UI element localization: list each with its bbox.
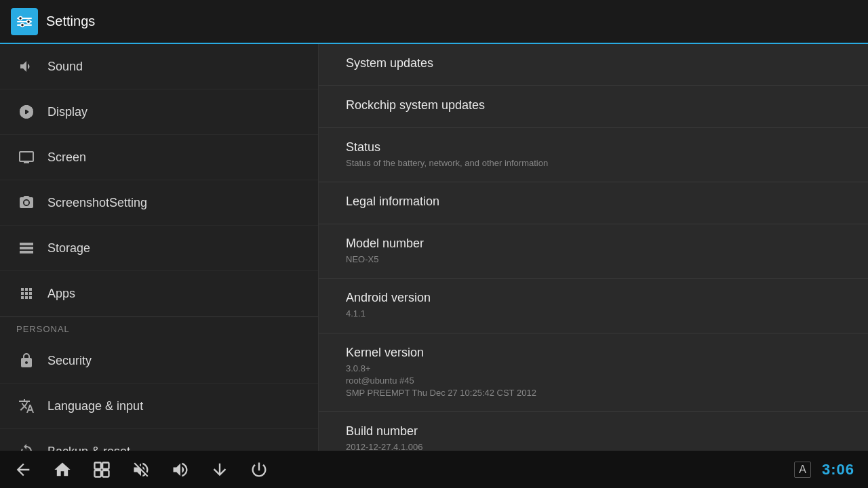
taskbar-status: A 3:06 [794, 461, 854, 479]
rockchip-updates-title: Rockchip system updates [346, 98, 841, 113]
keyboard-indicator: A [794, 462, 811, 478]
home-button[interactable] [53, 460, 72, 479]
language-icon [16, 396, 37, 416]
sidebar-item-language[interactable]: Language & input [0, 384, 318, 429]
content-item-system-updates[interactable]: System updates [319, 44, 868, 86]
svg-rect-10 [102, 470, 108, 476]
sidebar-label-language: Language & input [47, 399, 143, 413]
sidebar-item-screenshot[interactable]: ScreenshotSetting [0, 180, 318, 226]
legal-title: Legal information [346, 195, 841, 209]
download-button[interactable] [210, 460, 229, 479]
apps-icon [16, 283, 37, 304]
sidebar-label-display: Display [47, 105, 87, 119]
sidebar-item-storage[interactable]: Storage [0, 226, 318, 271]
kernel-version-value: 3.0.8+ root@ubuntu #45 SMP PREEMPT Thu D… [346, 363, 841, 400]
sidebar-item-backup[interactable]: Backup & reset [0, 429, 318, 451]
taskbar: A 3:06 [0, 451, 868, 488]
content-item-rockchip-updates[interactable]: Rockchip system updates [319, 86, 868, 128]
svg-point-3 [19, 16, 22, 20]
svg-rect-9 [95, 470, 101, 476]
svg-rect-8 [102, 462, 108, 468]
status-title: Status [346, 140, 841, 155]
content-item-status[interactable]: Status Status of the battery, network, a… [319, 128, 868, 182]
volume-up-button[interactable] [171, 460, 190, 479]
content-item-model-number[interactable]: Model number NEO-X5 [319, 224, 868, 279]
security-icon [16, 350, 37, 371]
sidebar-label-storage: Storage [47, 241, 90, 256]
android-version-value: 4.1.1 [346, 308, 841, 320]
sidebar-item-sound[interactable]: Sound [0, 44, 318, 89]
content-item-android-version[interactable]: Android version 4.1.1 [319, 279, 868, 333]
svg-point-5 [21, 23, 24, 26]
main-layout: Sound Display Screen [0, 44, 868, 451]
backup-icon [16, 441, 37, 451]
sidebar-label-backup: Backup & reset [47, 445, 130, 451]
sidebar-item-screen[interactable]: Screen [0, 135, 318, 180]
storage-icon [16, 238, 37, 258]
clock: 3:06 [822, 461, 854, 479]
app-icon [11, 8, 38, 35]
sidebar-label-screen: Screen [47, 150, 86, 165]
screen-icon [16, 147, 37, 167]
power-button[interactable] [250, 460, 269, 479]
android-version-title: Android version [346, 291, 841, 305]
section-personal: PERSONAL [0, 317, 318, 338]
sidebar: Sound Display Screen [0, 44, 319, 451]
sidebar-item-apps[interactable]: Apps [0, 271, 318, 317]
model-number-value: NEO-X5 [346, 253, 841, 266]
status-subtitle: Status of the battery, network, and othe… [346, 157, 841, 169]
svg-point-6 [24, 201, 28, 205]
svg-point-4 [27, 20, 31, 23]
taskbar-nav-buttons [14, 460, 269, 479]
titlebar: Settings [0, 0, 868, 44]
sidebar-label-sound: Sound [47, 60, 83, 74]
content-panel: System updates Rockchip system updates S… [319, 44, 868, 451]
screenshot-icon [16, 192, 37, 213]
content-item-build-number[interactable]: Build number 2012-12-27.4.1.006 rk30sdk-… [319, 412, 868, 451]
sidebar-label-screenshot: ScreenshotSetting [47, 196, 147, 210]
build-number-value: 2012-12-27.4.1.006 rk30sdk-eng 4.1.1 JRO… [346, 441, 841, 451]
volume-mute-button[interactable] [132, 460, 151, 479]
display-icon [16, 102, 37, 122]
back-button[interactable] [14, 460, 33, 479]
recents-button[interactable] [92, 460, 111, 479]
svg-rect-7 [95, 462, 101, 468]
sidebar-label-apps: Apps [47, 287, 75, 301]
sidebar-item-display[interactable]: Display [0, 89, 318, 135]
sidebar-label-security: Security [47, 354, 92, 368]
build-number-title: Build number [346, 424, 841, 439]
kernel-version-title: Kernel version [346, 346, 841, 360]
content-item-kernel-version[interactable]: Kernel version 3.0.8+ root@ubuntu #45 SM… [319, 333, 868, 413]
system-updates-title: System updates [346, 56, 841, 70]
sound-icon [16, 56, 37, 77]
model-number-title: Model number [346, 237, 841, 251]
content-item-legal[interactable]: Legal information [319, 182, 868, 224]
sidebar-item-security[interactable]: Security [0, 338, 318, 384]
page-title: Settings [46, 14, 95, 29]
